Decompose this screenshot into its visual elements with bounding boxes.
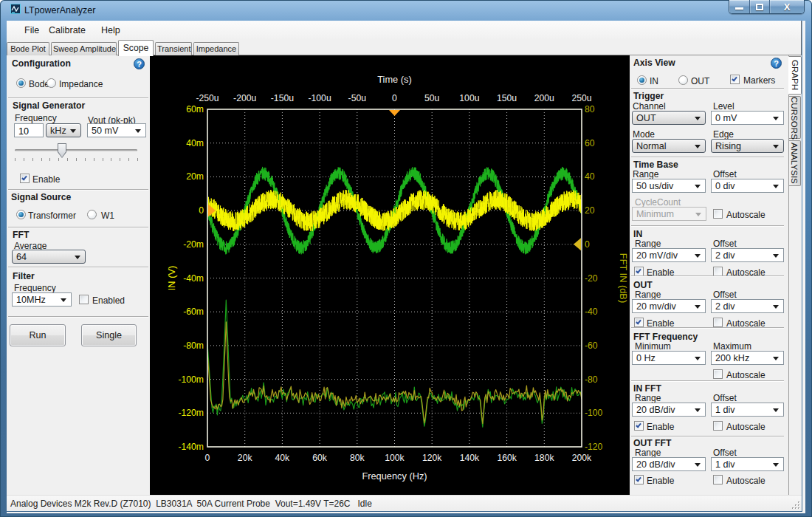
in-fft-range-combo[interactable]: 20 dB/div — [632, 403, 706, 417]
time-base-autoscale-checkbox[interactable] — [713, 209, 723, 219]
out-fft-range-label: Range — [635, 448, 661, 458]
svg-text:40: 40 — [585, 171, 595, 182]
in-offset-label: Offset — [713, 239, 737, 249]
frequency-input[interactable] — [14, 123, 44, 137]
fft-frequency-title: FFT Frequency — [633, 332, 698, 342]
svg-text:-60m: -60m — [183, 307, 204, 317]
frequency-unit-combo[interactable]: kHz — [46, 123, 81, 137]
status-bar: Analog Devices M2k Rev.D (Z7010) LB3031A… — [7, 495, 802, 511]
axis-view-out-radio[interactable] — [678, 75, 688, 85]
dropdown-arrow-icon — [773, 254, 779, 258]
resize-grip-icon[interactable] — [791, 500, 801, 510]
out-fft-offset-label: Offset — [713, 448, 737, 458]
filter-enabled-checkbox[interactable] — [79, 295, 89, 304]
bode-radio[interactable] — [16, 78, 26, 88]
tab-transient[interactable]: Transient — [155, 42, 192, 55]
transformer-radio[interactable] — [16, 210, 26, 219]
minimize-icon — [735, 7, 743, 10]
in-offset-combo[interactable]: 2 div — [711, 248, 784, 262]
run-button[interactable]: Run — [10, 324, 66, 346]
svg-text:-200u: -200u — [233, 93, 256, 103]
minimize-button[interactable] — [729, 0, 750, 14]
tab-impedance[interactable]: Impedance — [193, 42, 239, 55]
help-icon[interactable]: ? — [134, 58, 145, 69]
out-offset-combo[interactable]: 2 div — [711, 299, 784, 313]
help-icon[interactable]: ? — [771, 58, 782, 69]
out-fft-offset-combo[interactable]: 1 div — [711, 457, 784, 471]
dropdown-arrow-icon — [695, 117, 701, 120]
scope-plot-svg: -250u-200u-150u-100u-50u050u100u150u200u… — [150, 55, 630, 495]
signal-generator-title: Signal Generator — [13, 100, 85, 111]
menu-file[interactable]: File — [23, 21, 41, 40]
signal-generator-enable-checkbox[interactable] — [20, 174, 30, 183]
separator — [631, 275, 784, 276]
frequency-slider-thumb[interactable] — [58, 143, 66, 158]
in-fft-offset-label: Offset — [713, 393, 737, 403]
scope-plot[interactable]: -250u-200u-150u-100u-50u050u100u150u200u… — [150, 55, 630, 495]
in-fft-autoscale-checkbox[interactable] — [713, 421, 723, 431]
in-range-combo[interactable]: 20 mV/div — [632, 248, 706, 262]
filter-frequency-combo[interactable]: 10MHz — [12, 292, 72, 307]
in-fft-offset-combo[interactable]: 1 div — [711, 403, 784, 417]
side-tab-cursors[interactable]: CURSORS — [789, 96, 801, 139]
trigger-level-combo[interactable]: 0 mV — [711, 111, 784, 125]
menu-help[interactable]: Help — [100, 21, 122, 40]
out-offset-label: Offset — [713, 290, 737, 300]
fft-title: FFT — [13, 230, 29, 240]
markers-checkbox[interactable] — [730, 75, 740, 84]
menu-calibrate[interactable]: Calibrate — [47, 21, 87, 40]
svg-text:20k: 20k — [238, 453, 253, 463]
trigger-edge-combo[interactable]: Rising — [711, 139, 784, 153]
separator — [631, 380, 784, 381]
trigger-channel-combo[interactable]: OUT — [632, 111, 706, 125]
svg-text:-40: -40 — [585, 307, 598, 317]
out-range-combo[interactable]: 20 mv/div — [632, 299, 706, 313]
svg-text:50u: 50u — [424, 93, 439, 103]
close-button[interactable]: X — [770, 0, 804, 14]
single-button[interactable]: Single — [81, 324, 137, 346]
in-fft-enable-checkbox[interactable] — [634, 421, 644, 431]
separator — [631, 327, 784, 328]
fft-frequency-autoscale-checkbox[interactable] — [713, 369, 723, 379]
impedance-radio[interactable] — [47, 78, 56, 88]
svg-text:0: 0 — [199, 205, 204, 216]
dropdown-arrow-icon — [695, 185, 701, 188]
fft-frequency-max-combo[interactable]: 200 kHz — [711, 351, 784, 365]
window-title: LTpowerAnalyzer — [24, 5, 95, 16]
fft-frequency-min-combo[interactable]: 0 Hz — [632, 351, 706, 365]
axis-view-in-radio[interactable] — [637, 75, 647, 85]
vout-combo[interactable]: 50 mV — [87, 123, 146, 137]
tab-scope[interactable]: Scope — [118, 40, 154, 56]
in-fft-range-label: Range — [635, 393, 661, 403]
time-base-title: Time Base — [633, 160, 678, 170]
maximize-button[interactable] — [750, 0, 770, 14]
time-base-range-combo[interactable]: 50 us/div — [632, 179, 706, 193]
w1-radio-label: W1 — [101, 210, 114, 221]
separator — [8, 189, 148, 190]
configuration-title: Configuration — [12, 58, 71, 69]
out-fft-autoscale-checkbox[interactable] — [713, 475, 723, 485]
time-base-range-label: Range — [633, 169, 658, 179]
time-base-offset-combo[interactable]: 0 div — [711, 179, 784, 193]
svg-text:-80m: -80m — [183, 340, 204, 351]
left-control-panel: Configuration ? Bode Impedance Signal Ge… — [7, 55, 150, 495]
side-tab-analysis[interactable]: ANALYSIS — [789, 140, 801, 186]
fft-average-combo[interactable]: 64 — [12, 250, 86, 264]
out-fft-enable-checkbox[interactable] — [634, 475, 644, 485]
side-tab-graph[interactable]: GRAPH — [788, 56, 802, 95]
tab-sweep-amplitude[interactable]: Sweep Amplitude — [51, 42, 117, 55]
tab-bode-plot[interactable]: Bode Plot — [7, 42, 49, 55]
svg-text:-60: -60 — [585, 340, 598, 351]
out-autoscale-checkbox[interactable] — [713, 318, 723, 327]
axis-view-out-label: OUT — [691, 76, 709, 86]
cyclecount-label: CycleCount — [635, 197, 681, 208]
svg-text:200k: 200k — [572, 453, 592, 463]
trigger-mode-combo[interactable]: Normal — [632, 139, 706, 153]
w1-radio[interactable] — [87, 210, 97, 219]
frequency-slider-track[interactable] — [15, 149, 137, 151]
svg-text:60m: 60m — [186, 104, 204, 114]
transformer-radio-label: Transformer — [28, 210, 76, 221]
close-icon: X — [784, 2, 791, 12]
out-enable-checkbox[interactable] — [634, 318, 644, 327]
out-fft-range-combo[interactable]: 20 dB/div — [632, 457, 706, 471]
